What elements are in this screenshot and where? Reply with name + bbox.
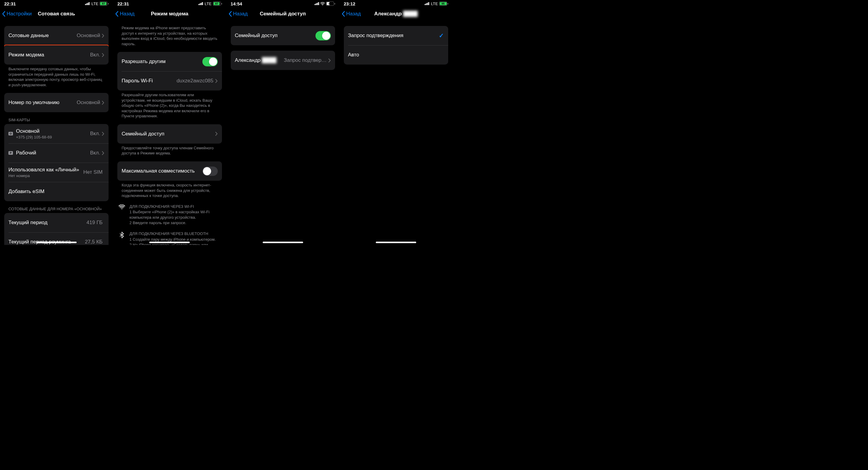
sim2-name: Рабочий	[16, 150, 90, 156]
period-label: Текущий период	[8, 220, 87, 226]
signal-icon	[85, 2, 90, 5]
screen-hotspot: 22:31 LTE 87 Назад Режим модема Режим мо…	[113, 0, 226, 245]
status-time: 23:12	[344, 1, 355, 6]
nav-title: Александр ████	[374, 11, 418, 17]
sim3-name: Использовался как «Личный»	[8, 167, 83, 173]
allow-others-toggle[interactable]	[203, 57, 218, 66]
back-label: Назад	[120, 11, 134, 17]
battery-icon: 95	[439, 1, 448, 6]
family-footer: Предоставляйте точку доступа членам Семе…	[113, 144, 226, 156]
nav-title: Режим модема	[151, 11, 188, 17]
nav-bar: Назад Семейный доступ	[226, 7, 339, 21]
bluetooth-icon	[117, 231, 126, 245]
family-member-row[interactable]: Александр ████ Запрос подтвер…	[231, 51, 335, 70]
compat-footer: Когда эта функция включена, скорость инт…	[113, 181, 226, 198]
back-button[interactable]: Назад	[226, 11, 248, 17]
current-period-row: Текущий период 419 ГБ	[4, 213, 108, 232]
sim1-phone: +375 (29) 105-68-69	[16, 135, 90, 139]
sim-primary-row[interactable]: О Основной+375 (29) 105-68-69 Вкл.	[4, 124, 108, 143]
sim2-value: Вкл.	[90, 150, 100, 156]
family-toggle[interactable]	[315, 31, 331, 40]
signal-icon	[198, 2, 203, 5]
sim-header: SIM-КАРТЫ	[0, 112, 113, 124]
allow-others-row[interactable]: Разрешать другим	[117, 52, 222, 71]
svg-point-3	[122, 208, 122, 209]
back-label: Настройки	[7, 11, 32, 17]
signal-icon	[315, 2, 319, 5]
sim-work-row[interactable]: Р Рабочий Вкл.	[4, 143, 108, 163]
chevron-right-icon	[102, 53, 104, 57]
max-compat-toggle[interactable]	[203, 166, 218, 176]
chevron-right-icon	[329, 59, 331, 62]
default-number-row[interactable]: Номер по умолчанию Основной	[4, 93, 108, 112]
back-button[interactable]: Настройки	[0, 11, 32, 17]
home-indicator[interactable]	[376, 242, 416, 243]
family-toggle-row[interactable]: Семейный доступ	[231, 26, 335, 45]
back-label: Назад	[233, 11, 248, 17]
chevron-right-icon	[102, 132, 104, 136]
chevron-right-icon	[102, 151, 104, 155]
back-button[interactable]: Назад	[113, 11, 134, 17]
checkmark-icon: ✓	[439, 32, 444, 39]
screen-cellular: 22:31 LTE 87 Настройки Сотовая связь Сот…	[0, 0, 113, 245]
family-sharing-row[interactable]: Семейный доступ	[117, 124, 222, 144]
redacted-surname: ████	[262, 57, 276, 63]
signal-icon	[425, 2, 429, 5]
hotspot-label: Режим модема	[8, 52, 90, 58]
nav-bar: Настройки Сотовая связь	[0, 7, 113, 21]
personal-hotspot-row[interactable]: Режим модема Вкл.	[4, 45, 108, 65]
bt-instr-title: ДЛЯ ПОДКЛЮЧЕНИЯ ЧЕРЕЗ BLUETOOTH	[129, 231, 222, 237]
home-indicator[interactable]	[149, 242, 190, 243]
status-time: 14:54	[231, 1, 242, 6]
default-number-value: Основной	[76, 99, 100, 105]
compat-label: Максимальная совместимость	[122, 168, 202, 174]
family-toggle-label: Семейный доступ	[235, 33, 315, 39]
opt1-label: Запрос подтверждения	[348, 33, 439, 39]
period-value: 419 ГБ	[87, 220, 102, 226]
roaming-value: 27,5 КБ	[85, 239, 102, 245]
screen-family-sharing: 14:54 43 Назад Семейный доступ Семейный …	[226, 0, 340, 245]
option-ask-row[interactable]: Запрос подтверждения ✓	[344, 26, 448, 45]
pwd-label: Пароль Wi-Fi	[122, 78, 177, 84]
wifi-instr-2: 2 Введите пароль при запросе.	[129, 220, 222, 226]
member-value: Запрос подтвер…	[284, 57, 327, 63]
status-bar: 22:31 LTE 87	[0, 0, 113, 7]
wifi-icon	[320, 2, 325, 5]
cellular-data-row[interactable]: Сотовые данные Основной	[4, 26, 108, 45]
wifi-instructions: ДЛЯ ПОДКЛЮЧЕНИЯ ЧЕРЕЗ WI-FI 1 Выберите «…	[117, 204, 222, 226]
status-bar: 23:12 LTE 95	[340, 0, 453, 7]
hotspot-intro: Режим модема на iPhone может предоставит…	[113, 21, 226, 46]
opt2-label: Авто	[348, 52, 444, 58]
add-esim-row[interactable]: Добавить eSIM	[4, 182, 108, 201]
allow-label: Разрешать другим	[122, 59, 202, 65]
wifi-icon	[117, 204, 126, 226]
svg-point-4	[322, 5, 323, 5]
chevron-left-icon	[2, 11, 5, 17]
wifi-password-row[interactable]: Пароль Wi-Fi duxze2awzc085	[117, 71, 222, 91]
nav-title: Семейный доступ	[260, 11, 306, 17]
cellular-footer: Выключите передачу сотовых данных, чтобы…	[0, 65, 113, 88]
sim-badge-icon: О	[8, 132, 13, 135]
status-time: 22:31	[4, 1, 16, 6]
cellular-data-value: Основной	[76, 33, 100, 39]
family-label: Семейный доступ	[122, 131, 215, 137]
sim1-name: Основной	[16, 128, 90, 134]
option-auto-row[interactable]: Авто	[344, 45, 448, 65]
home-indicator[interactable]	[263, 242, 303, 243]
add-esim-label: Добавить eSIM	[8, 189, 104, 195]
home-indicator[interactable]	[36, 242, 76, 243]
status-bar: 14:54 43	[226, 0, 339, 7]
member-name: Александр ████	[235, 57, 284, 63]
sim-personal-row[interactable]: Использовался как «Личный»Нет номера Нет…	[4, 163, 108, 182]
max-compat-row[interactable]: Максимальная совместимость	[117, 161, 222, 181]
back-button[interactable]: Назад	[340, 11, 361, 17]
hotspot-value: Вкл.	[90, 52, 100, 58]
chevron-left-icon	[228, 11, 232, 17]
nav-title: Сотовая связь	[38, 11, 75, 17]
battery-icon: 87	[213, 1, 222, 6]
sim3-value: Нет SIM	[83, 169, 102, 175]
sim3-sub: Нет номера	[8, 174, 83, 178]
nav-bar: Назад Александр ████	[340, 7, 453, 21]
chevron-right-icon	[215, 132, 218, 136]
wifi-instr-title: ДЛЯ ПОДКЛЮЧЕНИЯ ЧЕРЕЗ WI-FI	[129, 204, 222, 209]
